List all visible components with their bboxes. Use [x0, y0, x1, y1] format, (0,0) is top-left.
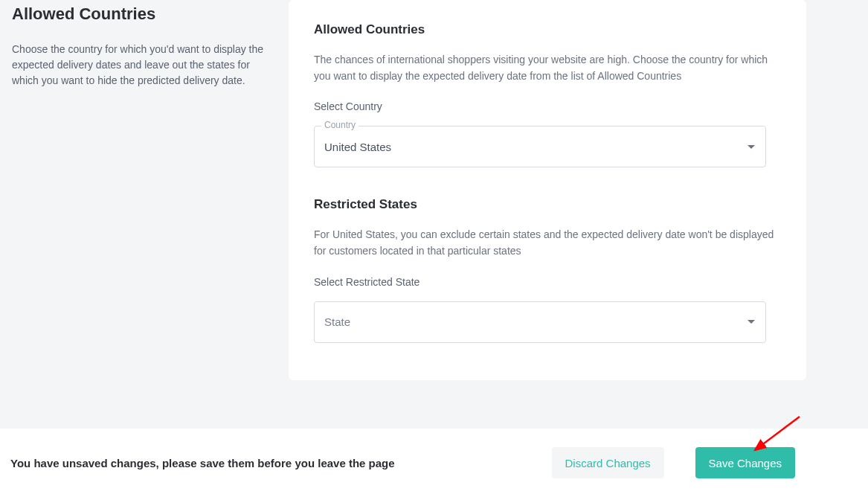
page-description: Choose the country for which you'd want …	[12, 42, 266, 89]
country-floating-label: Country	[321, 120, 359, 130]
left-panel: Allowed Countries Choose the country for…	[12, 0, 289, 380]
allowed-countries-heading: Allowed Countries	[314, 22, 781, 37]
chevron-down-icon	[748, 320, 755, 324]
settings-card: Allowed Countries The chances of interna…	[289, 0, 806, 380]
page-title: Allowed Countries	[12, 4, 266, 24]
chevron-down-icon	[748, 145, 755, 149]
restricted-states-heading: Restricted States	[314, 197, 781, 212]
select-country-label: Select Country	[314, 100, 781, 112]
select-state-label: Select Restricted State	[314, 276, 781, 288]
discard-changes-button[interactable]: Discard Changes	[552, 447, 664, 478]
country-select[interactable]: United States	[314, 126, 766, 167]
save-changes-button[interactable]: Save Changes	[695, 447, 795, 478]
allowed-countries-description: The chances of international shoppers vi…	[314, 52, 781, 84]
state-select-placeholder: State	[324, 315, 350, 328]
state-select[interactable]: State	[314, 301, 766, 343]
unsaved-changes-bar: You have unsaved changes, please save th…	[0, 429, 868, 497]
unsaved-changes-message: You have unsaved changes, please save th…	[10, 457, 395, 469]
country-select-value: United States	[324, 141, 391, 153]
restricted-states-description: For United States, you can exclude certa…	[314, 227, 781, 259]
